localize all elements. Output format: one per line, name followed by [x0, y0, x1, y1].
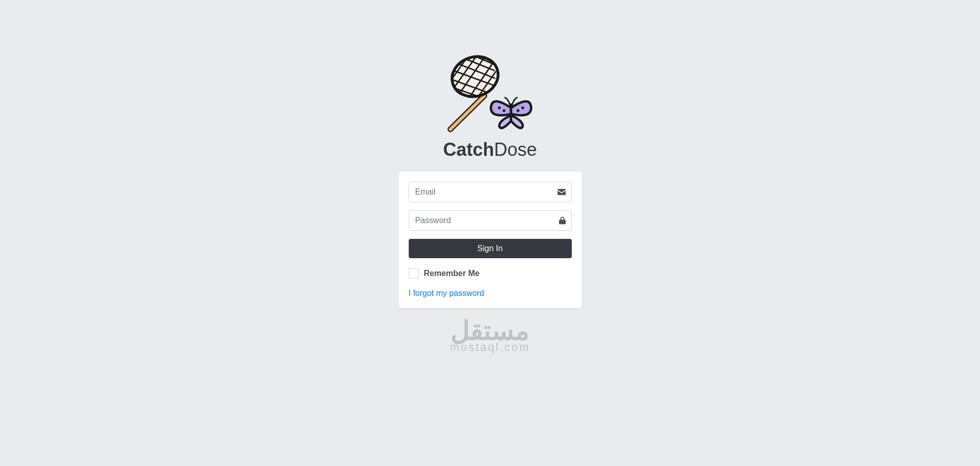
app-title-light: Dose: [494, 139, 537, 160]
login-card: Sign In Remember Me I forgot my password: [399, 172, 582, 308]
app-title: CatchDose: [443, 139, 537, 160]
envelope-icon: [558, 189, 566, 195]
app-title-bold: Catch: [443, 139, 494, 160]
lock-icon: [559, 217, 566, 225]
svg-point-19: [521, 106, 524, 109]
svg-point-18: [502, 109, 506, 113]
watermark-latin: mostaql.com: [450, 342, 531, 353]
svg-point-20: [517, 109, 520, 113]
email-input[interactable]: [409, 182, 572, 202]
svg-point-17: [498, 106, 501, 109]
svg-line-3: [451, 96, 485, 129]
password-input[interactable]: [409, 210, 572, 231]
watermark-arabic: مستقل: [450, 317, 531, 344]
remember-label[interactable]: Remember Me: [424, 269, 480, 278]
signin-button[interactable]: Sign In: [409, 239, 572, 258]
watermark: مستقل mostaql.com: [450, 317, 531, 353]
logo-icon: [443, 51, 537, 135]
remember-checkbox[interactable]: [409, 268, 419, 279]
forgot-password-link[interactable]: I forgot my password: [409, 289, 485, 297]
